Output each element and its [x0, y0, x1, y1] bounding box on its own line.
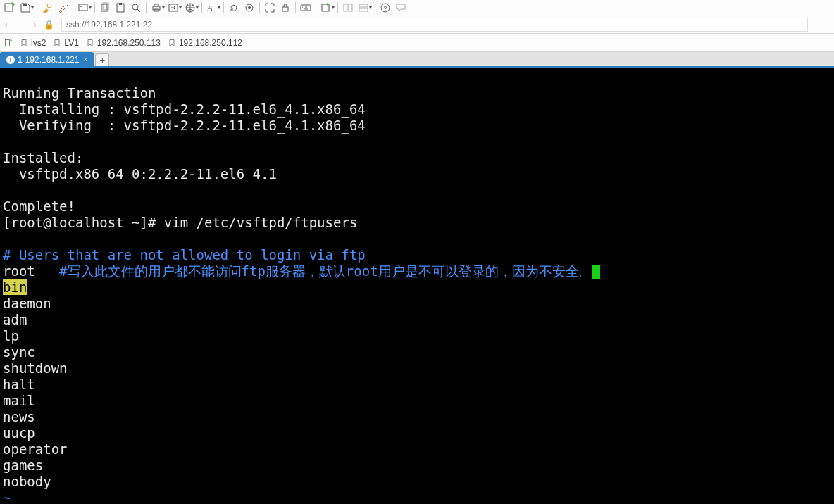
ftpuser: news	[3, 409, 35, 424]
bookmark-add-icon[interactable]	[4, 39, 13, 47]
address-bar: ⟵ ⟶ 🔒	[0, 15, 834, 34]
terminal-line: Verifying : vsftpd-2.2.2-11.el6_4.1.x86_…	[3, 118, 366, 133]
paste-icon[interactable]	[113, 1, 127, 14]
separator	[316, 2, 316, 13]
new-window-dropdown[interactable]: ▾	[332, 4, 335, 11]
svg-rect-0	[5, 4, 13, 11]
ftpuser: lp	[3, 328, 19, 344]
svg-rect-34	[359, 8, 368, 11]
svg-rect-5	[79, 4, 87, 11]
bookmark-bar: lvs2 LV1 192.168.250.113 192.168.250.112	[0, 34, 834, 52]
printer-dropdown[interactable]: ▾	[162, 4, 165, 11]
terminal-line: Running Transaction	[3, 85, 156, 101]
target-icon[interactable]	[242, 1, 256, 14]
fullscreen-icon[interactable]	[263, 1, 277, 14]
bookmark-item-lvs2[interactable]: lvs2	[20, 38, 46, 48]
separator	[223, 2, 224, 13]
separator	[37, 2, 37, 13]
ftpuser: nobody	[3, 474, 51, 489]
svg-point-20	[248, 6, 251, 9]
svg-rect-3	[23, 4, 27, 6]
separator	[146, 2, 147, 13]
cursor	[592, 265, 600, 279]
ftpuser: shutdown	[3, 360, 68, 376]
tab-session-1[interactable]: ! 1 192.168.1.221 ×	[0, 52, 94, 66]
svg-rect-32	[349, 4, 352, 11]
address-input[interactable]	[61, 18, 808, 32]
separator	[201, 2, 202, 13]
tools-icon[interactable]	[40, 1, 54, 14]
terminal-line: Installing : vsftpd-2.2.2-11.el6_4.1.x86…	[3, 101, 366, 117]
ftpuser: adm	[3, 312, 27, 327]
globe-dropdown[interactable]: ▾	[196, 4, 199, 11]
svg-point-11	[132, 4, 138, 10]
vim-tilde: ~	[3, 490, 11, 504]
forward-icon[interactable]: ⟶	[23, 19, 37, 30]
bookmark-item-lv1[interactable]: LV1	[53, 38, 78, 48]
svg-rect-6	[80, 6, 82, 7]
new-session-icon[interactable]	[3, 1, 17, 14]
prompt: [root@localhost ~]#	[3, 215, 164, 230]
bookmark-label: 192.168.250.112	[179, 38, 242, 48]
main-toolbar: ▾ ▾ ▾ ▾ ▾ A ▾	[0, 0, 834, 15]
separator	[73, 2, 73, 13]
bookmark-label: lvs2	[31, 38, 46, 48]
separator	[337, 2, 338, 13]
globe-icon[interactable]	[183, 1, 197, 14]
ftpuser: operator	[3, 441, 68, 457]
save-icon[interactable]	[18, 1, 32, 14]
separator	[375, 2, 375, 13]
bookmark-item-112[interactable]: 192.168.250.112	[168, 38, 242, 48]
printer-icon[interactable]	[149, 1, 163, 14]
comment-icon[interactable]	[394, 1, 408, 14]
font-dropdown[interactable]: ▾	[218, 4, 220, 11]
terminal-line: vsftpd.x86_64 0:2.2.2-11.el6_4.1	[3, 166, 277, 182]
split-v-icon[interactable]	[356, 1, 371, 14]
save-dropdown[interactable]: ▾	[31, 4, 34, 11]
separator	[259, 2, 260, 13]
bookmark-label: 192.168.250.113	[97, 38, 161, 48]
svg-point-4	[47, 4, 51, 8]
svg-rect-14	[154, 4, 158, 6]
help-icon[interactable]: ?	[378, 1, 392, 14]
tab-index: 1	[18, 55, 23, 65]
tab-add-button[interactable]: +	[95, 53, 109, 66]
session-dropdown[interactable]: ▾	[89, 4, 92, 11]
session-icon[interactable]	[76, 1, 90, 14]
font-icon[interactable]: A	[205, 1, 219, 14]
terminal-line: Complete!	[3, 199, 75, 214]
lock-small-icon: 🔒	[44, 20, 54, 30]
bookmark-item-113[interactable]: 192.168.250.113	[86, 38, 161, 48]
svg-line-12	[137, 9, 140, 12]
ftpuser: mail	[3, 393, 35, 408]
wand-icon[interactable]	[56, 1, 70, 14]
ftpuser: uucp	[3, 425, 35, 441]
transfer-dropdown[interactable]: ▾	[179, 4, 182, 11]
new-window-icon[interactable]	[319, 1, 333, 14]
split-dropdown[interactable]: ▾	[369, 4, 372, 11]
lock-icon[interactable]	[278, 1, 292, 14]
inline-comment: #写入此文件的用户都不能访问ftp服务器，默认root用户是不可以登录的，因为不…	[35, 263, 592, 279]
tab-bar: ! 1 192.168.1.221 × +	[0, 52, 834, 68]
vim-comment: # Users that are not allowed to login vi…	[3, 247, 366, 263]
search-icon[interactable]	[129, 1, 143, 14]
terminal-pane[interactable]: Running Transaction Installing : vsftpd-…	[0, 68, 834, 504]
tab-close-icon[interactable]: ×	[83, 56, 87, 63]
svg-rect-22	[301, 5, 311, 11]
tab-status-icon: !	[6, 56, 15, 64]
split-h-icon[interactable]	[341, 1, 355, 14]
separator	[94, 2, 95, 13]
ftpuser: halt	[3, 377, 35, 392]
ftpuser: sync	[3, 344, 35, 360]
back-icon[interactable]: ⟵	[4, 19, 18, 30]
svg-rect-10	[119, 3, 122, 5]
keyboard-icon[interactable]	[299, 1, 313, 14]
svg-text:?: ?	[384, 5, 387, 12]
copy-icon[interactable]	[98, 1, 112, 14]
bookmark-label: LV1	[64, 38, 78, 48]
refresh-icon[interactable]	[227, 1, 241, 14]
ftpuser: daemon	[3, 296, 51, 311]
separator	[295, 2, 296, 13]
command-text: vim /etc/vsftpd/ftpusers	[164, 215, 358, 230]
transfer-icon[interactable]	[166, 1, 180, 14]
